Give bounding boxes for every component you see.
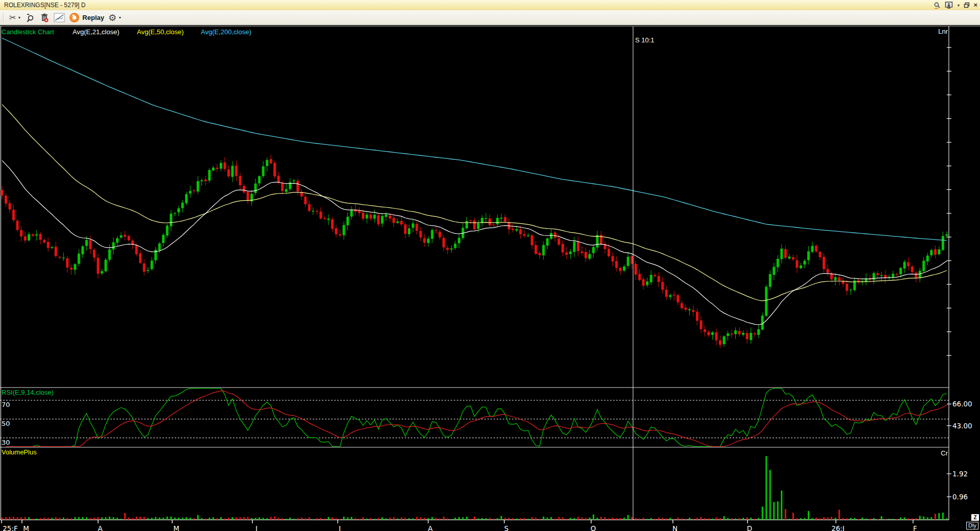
rsi-pane: 70503066.0043.00 xyxy=(0,400,972,446)
svg-text:A: A xyxy=(98,524,103,531)
window-titlebar: ROLEXRINGS[NSE - 5279] D ▼ xyxy=(0,0,980,11)
ema200-line xyxy=(2,38,947,240)
replay-button[interactable]: Replay xyxy=(69,12,104,24)
search-icon[interactable] xyxy=(934,1,941,9)
svg-text:A: A xyxy=(428,524,433,531)
inspect-tool-button[interactable] xyxy=(25,12,35,24)
window-title: ROLEXRINGS[NSE - 5279] D xyxy=(4,2,85,9)
svg-text:J: J xyxy=(255,524,258,531)
draw-tools-button[interactable]: ✂ ▼ xyxy=(9,12,21,24)
periodicity-chip[interactable]: Dly xyxy=(966,522,978,529)
legend-avg21[interactable]: Avg(E,21,close) xyxy=(73,28,120,36)
chevron-down-icon: ▼ xyxy=(17,16,21,19)
scissors-icon: ✂ xyxy=(9,13,16,23)
legend-series-type[interactable]: Candlestick Chart xyxy=(2,28,54,36)
svg-text:S: S xyxy=(504,524,509,531)
toolbar-grip xyxy=(3,13,4,23)
svg-text:M: M xyxy=(23,524,29,531)
chevron-down-icon[interactable]: ▼ xyxy=(956,4,960,7)
candlesticks xyxy=(1,155,948,348)
ema21-line xyxy=(2,160,947,325)
trendline-icon xyxy=(54,13,65,22)
trash-icon xyxy=(39,12,50,23)
svg-text:50: 50 xyxy=(2,420,10,427)
svg-text:J: J xyxy=(338,524,341,531)
svg-text:F: F xyxy=(913,524,917,531)
svg-text:66.00: 66.00 xyxy=(952,400,972,408)
settings-button[interactable]: ⚙ ▼ xyxy=(108,12,122,24)
application-window: ROLEXRINGS[NSE - 5279] D ▼ xyxy=(0,0,980,531)
chart-canvas[interactable]: 202.00194.00186.00178.00170.00162.00154.… xyxy=(0,25,980,531)
volume-unit-label: Cr xyxy=(925,449,948,457)
svg-text:0.96: 0.96 xyxy=(952,493,968,501)
svg-text:30: 30 xyxy=(2,439,10,446)
replay-icon xyxy=(69,12,80,23)
close-icon[interactable]: × xyxy=(973,2,977,9)
svg-text:1.92: 1.92 xyxy=(952,470,968,478)
chevron-down-icon: ▼ xyxy=(118,16,122,19)
svg-text:43.00: 43.00 xyxy=(952,422,972,430)
price-axis: 202.00194.00186.00178.00170.00162.00154.… xyxy=(947,43,980,359)
rsi-signal-line xyxy=(6,391,947,446)
volume-indicator-label[interactable]: VolumePlus xyxy=(2,448,37,456)
main-toolbar: ✂ ▼ xyxy=(0,10,980,26)
volume-pane: 1.920.96 xyxy=(2,456,968,520)
chart-borders xyxy=(0,26,980,520)
rsi-indicator-label[interactable]: RSI(E,9,14,close) xyxy=(2,389,54,396)
svg-text:N: N xyxy=(672,524,678,531)
trendline-tool-button[interactable] xyxy=(54,12,65,24)
window-controls: ▼ × xyxy=(934,1,977,10)
svg-text:O: O xyxy=(591,524,596,531)
svg-text:M: M xyxy=(173,524,179,531)
gear-icon: ⚙ xyxy=(108,13,116,23)
chart-area: 202.00194.00186.00178.00170.00162.00154.… xyxy=(0,25,980,531)
svg-text:70: 70 xyxy=(2,401,10,408)
legend-avg200[interactable]: Avg(E,200,close) xyxy=(201,28,251,36)
svg-text:26:J: 26:J xyxy=(831,524,845,531)
time-axis: 25:FMAMJJASOND26:JF xyxy=(2,520,917,531)
user-screen-icon[interactable] xyxy=(945,1,953,9)
replay-button-label: Replay xyxy=(82,14,104,21)
svg-text:25:F: 25:F xyxy=(3,524,18,531)
zoom-chip[interactable]: Z xyxy=(971,514,979,521)
delete-drawings-button[interactable] xyxy=(39,12,50,24)
legend-avg50[interactable]: Avg(E,50,close) xyxy=(137,28,184,36)
restore-window-icon[interactable] xyxy=(964,1,970,9)
price-scale-type-label[interactable]: Lnr xyxy=(922,28,948,35)
svg-text:D: D xyxy=(747,524,752,531)
magnifier-pointer-icon xyxy=(25,13,35,23)
crosshair-date-label: S 10:1 xyxy=(635,36,655,44)
